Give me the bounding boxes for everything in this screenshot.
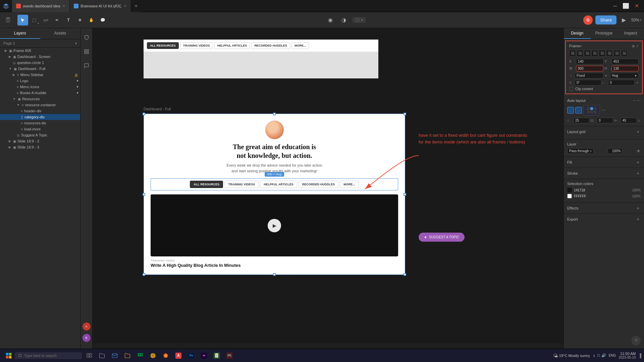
layer-resources[interactable]: ▼ ▣ Resources xyxy=(0,96,80,102)
handle-mt[interactable] xyxy=(273,113,276,115)
distribute-h[interactable]: ⬛ xyxy=(613,50,620,57)
handle-tr[interactable] xyxy=(404,113,406,115)
align-bottom[interactable]: ⬛ xyxy=(606,50,613,57)
pen-tool[interactable]: ✒ xyxy=(52,15,62,25)
firefox-icon[interactable] xyxy=(160,350,172,362)
layer-logo[interactable]: ≡ Logo xyxy=(0,78,80,84)
maximize-button[interactable]: ⬜ xyxy=(621,1,631,11)
expand-btn[interactable]: ⤢ xyxy=(638,119,641,122)
tab-layers[interactable]: Layers xyxy=(0,28,40,39)
handle-br[interactable] xyxy=(404,273,406,276)
id-icon[interactable]: Id xyxy=(198,350,210,362)
fingerprint-icon[interactable] xyxy=(81,32,92,43)
ps-icon[interactable]: Ps xyxy=(185,350,197,362)
files-icon[interactable] xyxy=(96,350,108,362)
layout-grid-add[interactable]: + xyxy=(635,129,641,134)
fill-add[interactable]: + xyxy=(635,160,641,165)
blend-mode-select[interactable]: Pass through ▾ xyxy=(567,148,594,154)
tray-arrow[interactable]: ∧ xyxy=(593,353,596,358)
close-button[interactable]: ✕ xyxy=(632,1,641,11)
theme-icon[interactable]: ◑ xyxy=(339,15,348,25)
minimize-button[interactable]: ─ xyxy=(610,1,620,11)
shape-tool[interactable]: ▭ ▾ xyxy=(40,15,51,25)
apps-icon[interactable] xyxy=(134,350,146,362)
nav-btn-more[interactable]: MORE... xyxy=(291,42,309,49)
component-tool[interactable]: ❖ xyxy=(74,15,85,25)
color-swatch-2[interactable] xyxy=(567,194,572,198)
y-value[interactable]: 453 xyxy=(611,59,639,64)
dash-nav-huddles[interactable]: RECORDED HUDDLES xyxy=(299,181,339,188)
dash-nav-articles[interactable]: HELPFUL ARTICLES xyxy=(260,181,297,188)
layer-menu-icons[interactable]: ≡ Menu Icons xyxy=(0,84,80,90)
start-button[interactable] xyxy=(3,350,15,362)
handle-bl[interactable] xyxy=(143,273,145,276)
layer-resource-container[interactable]: ▼ ≡ resource-container xyxy=(0,102,80,108)
dash-nav-resources[interactable]: ALL RESOURCES xyxy=(190,181,223,188)
canvas-scroll[interactable]: ALL RESOURCES TRAINING VIDEOS HELPFUL AR… xyxy=(93,28,564,343)
rotation-value[interactable]: 0° xyxy=(575,80,601,85)
layer-question-circle[interactable]: ◎ question-circle 1 xyxy=(0,60,80,66)
play-button[interactable]: ▶ xyxy=(268,219,281,232)
new-tab-button[interactable]: + xyxy=(131,3,141,9)
page-indicator[interactable]: Page 1 ▾ xyxy=(0,39,80,48)
corner-value[interactable]: 0 xyxy=(608,80,635,85)
tab-design[interactable]: Design xyxy=(564,28,591,39)
layout-dir-right[interactable]: → xyxy=(575,107,582,114)
text-tool[interactable]: T xyxy=(63,15,74,25)
layout-grid-visual[interactable] xyxy=(583,105,600,116)
game-icon[interactable]: 🃏 xyxy=(211,350,223,362)
nav-btn-resources[interactable]: ALL RESOURCES xyxy=(147,42,179,49)
tab1-close[interactable]: ✕ xyxy=(62,4,65,8)
play-button[interactable]: ▶ xyxy=(619,15,629,25)
layer-category-div[interactable]: ⣿ category-div xyxy=(0,114,80,120)
opacity-value[interactable]: 100% xyxy=(607,148,623,154)
layer-booke-huddle[interactable]: ≡ Booke A Huddle xyxy=(0,90,80,96)
align-center-h[interactable]: ⬛ xyxy=(577,50,583,57)
user-avatar-1[interactable]: A xyxy=(83,322,91,330)
user-avatar-2[interactable]: B xyxy=(83,334,91,342)
right-padding-value[interactable]: 45 xyxy=(621,118,637,123)
layout-more[interactable]: ⋯ xyxy=(601,108,605,113)
layer-header-div[interactable]: ≡ header-div xyxy=(0,108,80,114)
tab-assets[interactable]: Assets xyxy=(40,28,80,39)
tray-volume[interactable]: 🔊 xyxy=(601,353,606,358)
align-right[interactable]: ⬛ xyxy=(584,50,591,57)
stroke-add[interactable]: + xyxy=(635,171,641,176)
suggest-topic-button[interactable]: ★ SUGGEST A TOPIC xyxy=(419,233,465,242)
layer-slide-2[interactable]: ▶ ▣ Slide 16:9 - 2 xyxy=(0,138,80,144)
folder-icon[interactable] xyxy=(121,350,133,362)
handle-mr[interactable] xyxy=(404,193,406,196)
w-value[interactable]: 800 xyxy=(576,66,603,71)
help-button[interactable]: ? xyxy=(631,336,641,345)
zoom-control[interactable]: 50% ▾ xyxy=(631,18,641,22)
expand-icon[interactable]: ⤢ xyxy=(636,44,639,48)
app-menu-button[interactable] xyxy=(0,0,12,12)
frame-tool[interactable]: ⬚ ▾ xyxy=(29,15,40,25)
layout-dir-down[interactable]: ↓ xyxy=(567,107,574,114)
nav-btn-huddles[interactable]: RECORDED HUDDLES xyxy=(251,42,290,49)
tab2-close[interactable]: ✕ xyxy=(123,4,127,8)
figma-logo[interactable] xyxy=(3,15,13,25)
frame-chevron[interactable]: ▾ xyxy=(580,44,582,48)
corner-expand[interactable]: ⤢ xyxy=(636,81,639,84)
layer-load-more[interactable]: ≡ load-more xyxy=(0,126,80,132)
style-icon[interactable]: ◉ xyxy=(326,15,335,25)
auto-layout-more[interactable]: ⋯ xyxy=(637,98,641,103)
tab-prototype[interactable]: Prototype xyxy=(591,28,618,39)
gap-value[interactable]: 25 xyxy=(573,118,589,123)
share-button[interactable]: Share xyxy=(595,15,616,24)
layer-menu-sidebar[interactable]: ▶ ≡ Menu Sidebar 🔒 xyxy=(0,72,80,78)
browser-tab-1[interactable]: owedo dashboard idea ✕ xyxy=(12,0,70,12)
search-input[interactable] xyxy=(24,354,70,358)
user-avatar[interactable]: G xyxy=(583,15,593,25)
layer-resources-div[interactable]: ≡ resources-div xyxy=(0,120,80,126)
auto-layout-collapse[interactable]: − xyxy=(633,98,635,103)
handle-ml[interactable] xyxy=(143,193,145,196)
align-center-v[interactable]: ⬛ xyxy=(599,50,605,57)
handle-mb[interactable] xyxy=(273,273,276,276)
extra-icon[interactable]: 🎮 xyxy=(223,350,235,362)
canvas-area[interactable]: ALL RESOURCES TRAINING VIDEOS HELPFUL AR… xyxy=(93,28,564,343)
dash-nav-more[interactable]: MORE... xyxy=(340,181,359,188)
layer-frame605[interactable]: ▶ ▣ Frame 605 xyxy=(0,48,80,54)
comment-tool[interactable]: 💬 xyxy=(97,15,108,25)
